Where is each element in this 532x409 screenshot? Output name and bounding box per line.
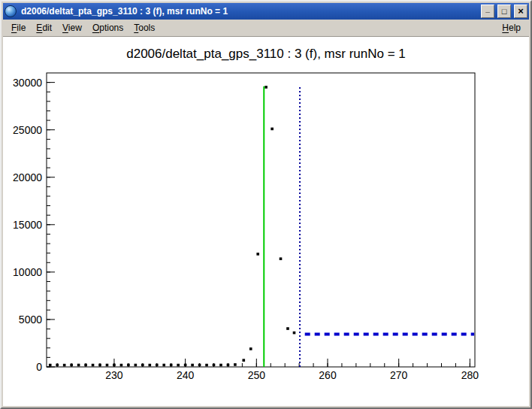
titlebar[interactable]: d2006/deltat_pta_gps_3110 : 3 (f), msr r… [3,3,529,20]
minimize-icon: _ [485,5,490,13]
svg-text:20000: 20000 [13,171,42,183]
menu-item-help[interactable]: Help [497,20,526,35]
maximize-icon: □ [502,8,507,15]
menu-item-edit[interactable]: Edit [31,20,57,35]
close-icon: × [518,8,524,15]
svg-text:30000: 30000 [13,77,42,89]
minimize-button[interactable]: _ [481,5,494,18]
app-window: d2006/deltat_pta_gps_3110 : 3 (f), msr r… [0,0,532,409]
svg-text:240: 240 [177,369,195,381]
svg-text:0: 0 [36,361,42,373]
close-button[interactable]: × [514,5,527,18]
svg-text:280: 280 [461,369,479,381]
svg-text:260: 260 [319,369,337,381]
svg-text:25000: 25000 [13,124,42,136]
menubar: FileEditViewOptionsTools Help [3,20,529,37]
root-canvas[interactable]: d2006/deltat_pta_gps_3110 : 3 (f), msr r… [3,37,529,406]
app-icon[interactable] [5,5,17,17]
maximize-button[interactable]: □ [497,5,511,18]
menu-item-view[interactable]: View [57,20,87,35]
plot-svg[interactable]: 2302402502602702800500010000150002000025… [3,37,529,406]
svg-text:250: 250 [248,369,266,381]
menu-left: FileEditViewOptionsTools [6,20,160,35]
menu-item-options[interactable]: Options [87,20,128,35]
menu-item-tools[interactable]: Tools [128,20,160,35]
menu-item-file[interactable]: File [6,20,31,35]
svg-text:15000: 15000 [13,219,42,231]
svg-text:270: 270 [390,369,408,381]
svg-text:230: 230 [105,369,123,381]
svg-text:10000: 10000 [13,266,42,278]
menu-right: Help [497,20,526,35]
svg-text:5000: 5000 [19,314,42,326]
window-title: d2006/deltat_pta_gps_3110 : 3 (f), msr r… [19,6,478,17]
